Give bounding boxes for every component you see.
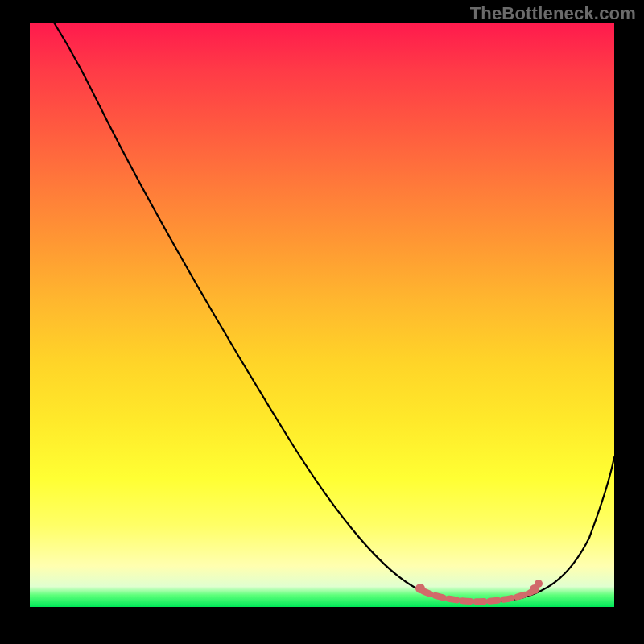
curve-path: [54, 23, 614, 602]
watermark-text: TheBottleneck.com: [470, 3, 636, 24]
optimal-start-marker: [415, 584, 425, 593]
bottleneck-curve-svg: [30, 23, 614, 607]
optimal-end-marker-2: [535, 580, 543, 588]
chart-frame: TheBottleneck.com: [0, 0, 644, 644]
optimal-band: [423, 591, 532, 601]
